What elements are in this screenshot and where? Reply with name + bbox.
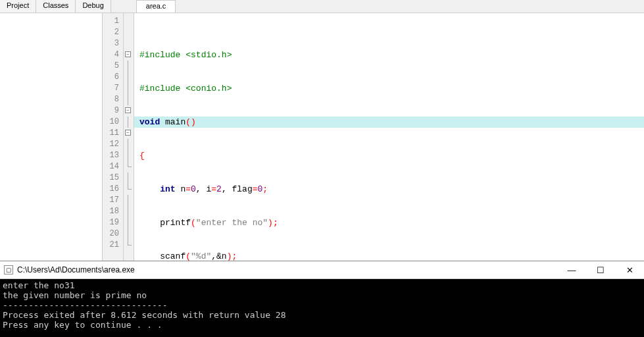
tab-debug[interactable]: Debug — [76, 0, 111, 13]
editor-area: 123 456 789 101112 131415 161718 192021 … — [0, 13, 644, 261]
console-title: C:\Users\Ad\Documents\area.exe — [17, 265, 557, 274]
code-editor[interactable]: 123 456 789 101112 131415 161718 192021 … — [103, 13, 644, 261]
close-button[interactable]: ✕ — [615, 261, 644, 279]
maximize-button[interactable]: ☐ — [586, 261, 615, 279]
fold-column: − − − — [124, 13, 134, 261]
line-number-gutter: 123 456 789 101112 131415 161718 192021 — [103, 13, 124, 261]
window-controls: — ☐ ✕ — [557, 261, 644, 279]
tab-classes[interactable]: Classes — [36, 0, 76, 13]
project-panel — [0, 13, 103, 261]
minimize-button[interactable]: — — [557, 261, 586, 279]
top-tabs: Project Classes Debug area.c — [0, 0, 644, 13]
console-app-icon: ▢ — [4, 265, 13, 274]
fold-icon[interactable]: − — [125, 107, 131, 113]
fold-icon[interactable]: − — [125, 51, 131, 57]
file-tab-area-c[interactable]: area.c — [136, 0, 176, 13]
console-titlebar[interactable]: ▢ C:\Users\Ad\Documents\area.exe — ☐ ✕ — [0, 261, 644, 279]
tab-project[interactable]: Project — [0, 0, 36, 13]
code-content[interactable]: #include <stdio.h> #include <conio.h> vo… — [134, 13, 644, 261]
fold-icon[interactable]: − — [125, 130, 131, 136]
console-output[interactable]: enter the no31 the given number is prime… — [0, 279, 644, 337]
